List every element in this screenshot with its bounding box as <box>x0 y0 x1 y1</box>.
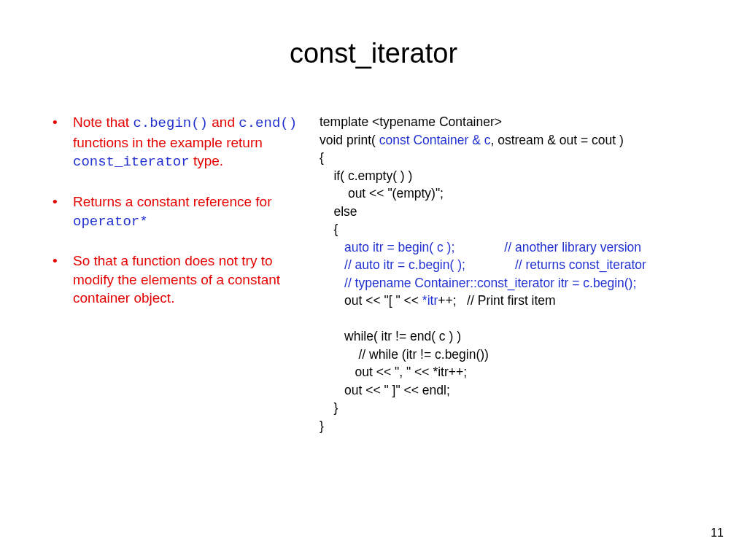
code-line-7: { <box>320 222 338 236</box>
code-line-17: } <box>320 400 338 415</box>
bullet-2-text-1: Returns a constant reference for <box>73 194 271 209</box>
code-line-1: template <typename Container> <box>320 114 502 129</box>
bullet-1-code-1: c.begin() <box>133 115 208 131</box>
code-line-8b: // another library version <box>454 240 641 254</box>
code-line-10: // typename Container::const_iterator it… <box>320 276 636 290</box>
bullet-column: Note that c.begin() and c.end() function… <box>0 113 306 435</box>
code-line-11c: ++; // Print first item <box>438 293 555 308</box>
code-line-8a: auto itr = begin( c ); <box>320 240 454 254</box>
bullet-1-code-3: const_iterator <box>73 154 190 170</box>
code-line-16: out << " ]" << endl; <box>320 383 450 397</box>
code-line-2c: , ostream & out = cout ) <box>490 133 623 147</box>
code-column: template <typename Container> void print… <box>306 113 747 435</box>
slide-title: const_iterator <box>0 0 747 69</box>
code-line-4: if( c.empty( ) ) <box>320 168 412 183</box>
code-line-11a: out << "[ " << <box>320 293 422 308</box>
code-line-13: while( itr != end( c ) ) <box>320 329 461 343</box>
code-line-9: // auto itr = c.begin( ); // returns con… <box>320 257 646 272</box>
bullet-1: Note that c.begin() and c.end() function… <box>53 113 299 172</box>
code-line-5: out << "(empty)"; <box>320 186 444 201</box>
bullet-3: So that a function does not try to modif… <box>53 252 299 308</box>
code-line-2b: const Container & c <box>379 133 491 147</box>
bullet-1-text-3: functions in the example return <box>73 135 263 150</box>
code-line-14: // while (itr != c.begin()) <box>320 347 489 362</box>
code-line-18: } <box>320 419 324 433</box>
code-line-2a: void print( <box>320 133 379 147</box>
bullet-3-text-1: So that a function does not try to modif… <box>73 253 280 306</box>
code-block: template <typename Container> void print… <box>320 113 725 435</box>
code-line-6: else <box>320 204 357 219</box>
bullet-1-text-2: and <box>208 114 239 130</box>
code-line-3: { <box>320 150 324 165</box>
code-line-11b: *itr <box>422 293 438 308</box>
bullet-1-text-4: type. <box>190 153 223 168</box>
slide-content: Note that c.begin() and c.end() function… <box>0 69 747 435</box>
bullet-2: Returns a constant reference for operato… <box>53 192 299 231</box>
bullet-1-text-1: Note that <box>73 114 133 130</box>
code-line-15: out << ", " << *itr++; <box>320 365 467 379</box>
bullet-1-code-2: c.end() <box>239 115 297 131</box>
bullet-2-code-1: operator* <box>73 214 148 230</box>
page-number: 11 <box>711 526 724 540</box>
